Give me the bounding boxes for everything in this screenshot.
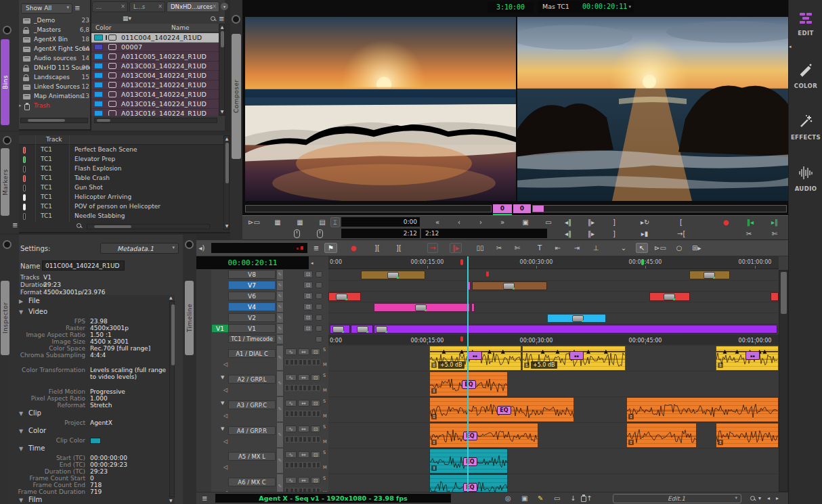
video-clip[interactable] bbox=[649, 292, 690, 301]
scissors-button[interactable]: ✂ bbox=[495, 243, 503, 253]
counter-badge-1[interactable]: 0 bbox=[493, 204, 512, 213]
workspace-color-button[interactable]: COLOR bbox=[789, 83, 822, 89]
track-selector-tc1[interactable]: TC1 / Timecode bbox=[228, 335, 276, 343]
caret-down-icon[interactable]: ▼ bbox=[19, 446, 23, 452]
segment-tool-button[interactable]: ⊳▭ bbox=[654, 243, 666, 253]
tc-remaining-display[interactable]: 0:00 bbox=[341, 217, 420, 227]
effects-workspace-icon[interactable] bbox=[798, 114, 813, 130]
column-track[interactable]: Track bbox=[46, 136, 62, 143]
next-button[interactable]: ▸ bbox=[776, 494, 779, 503]
eq-effect-badge[interactable]: EQ bbox=[463, 457, 477, 466]
monitor-icon[interactable]: ⊡ bbox=[311, 400, 320, 407]
bin-tab[interactable]: DNxHD...urces× bbox=[167, 1, 219, 12]
markers-panel-menu-icon[interactable] bbox=[3, 136, 12, 145]
clip-color-swatch[interactable] bbox=[90, 438, 101, 444]
clip-name-field[interactable]: 011C004_140224_R1UD bbox=[42, 260, 125, 271]
down-button[interactable]: ↓ bbox=[570, 494, 576, 503]
automation-toggle-icon[interactable]: ↭ bbox=[298, 451, 309, 458]
video-clip[interactable] bbox=[771, 292, 779, 301]
bin-clip-row[interactable]: A013C012_140224_R1UD bbox=[91, 81, 219, 90]
eq-effect-badge[interactable]: EQ bbox=[463, 432, 477, 440]
track-control-box[interactable] bbox=[316, 325, 322, 331]
audiosuite-effect-badge[interactable]: ▪▪ bbox=[569, 351, 584, 360]
automation-toggle-icon[interactable]: ↭ bbox=[298, 348, 309, 355]
audio-clip[interactable]: ↕EQ bbox=[429, 371, 508, 396]
marker-row[interactable]: TC1Helicopter Arriving bbox=[19, 193, 223, 202]
audio-clip[interactable]: ↕EQ bbox=[429, 423, 538, 448]
scroll-up-icon[interactable]: ▲ bbox=[219, 22, 225, 32]
overwrite-button[interactable]: → bbox=[427, 243, 438, 253]
composer-panel-menu-icon[interactable] bbox=[232, 15, 240, 24]
source-timecode-display[interactable]: 3:10:00 bbox=[488, 2, 534, 13]
step-back-button[interactable]: ◂‖ bbox=[564, 217, 572, 227]
source-track-button[interactable]: V1 bbox=[211, 324, 229, 333]
video-clip[interactable] bbox=[330, 325, 350, 334]
timeline-panel-menu-icon[interactable] bbox=[185, 240, 194, 249]
speaker-icon[interactable]: ◁ bbox=[223, 413, 228, 419]
track-pencil-strip[interactable]: ✎ bbox=[276, 346, 284, 370]
inspector-scroll-down-icon[interactable]: ▼ bbox=[169, 496, 173, 504]
master-timecode-display[interactable]: Mas TC1 00:00:20:11 ▾ bbox=[538, 1, 634, 13]
scroll-up-icon[interactable]: ▲ bbox=[224, 134, 230, 143]
timeline-ruler[interactable]: 0:0000:00:15:0000:00:30:0000:00:45:0000:… bbox=[328, 256, 779, 269]
track-selector-v7[interactable]: V7 bbox=[228, 281, 276, 290]
mute-button[interactable]: M bbox=[323, 388, 327, 393]
audio-clip[interactable]: ↕ bbox=[716, 423, 779, 448]
video-clip[interactable] bbox=[547, 314, 606, 323]
monitor-icon[interactable]: ⊡ bbox=[311, 348, 320, 355]
track-lane-a6[interactable] bbox=[328, 474, 779, 492]
solo-button[interactable]: S bbox=[323, 398, 326, 404]
bin-clip-row[interactable]: A013C004_140224_R1UD bbox=[91, 71, 219, 81]
automation-toggle-icon[interactable]: ↭ bbox=[298, 477, 309, 484]
effect-badge[interactable] bbox=[503, 283, 515, 290]
speaker-icon[interactable]: ◂) bbox=[198, 243, 206, 253]
counter-badge-2[interactable]: 0 bbox=[513, 204, 531, 213]
source-monitor[interactable] bbox=[245, 17, 516, 201]
bin-hscrollbar[interactable] bbox=[94, 118, 217, 123]
eq-effect-badge[interactable]: EQ bbox=[462, 380, 476, 389]
clip-gain-icon[interactable]: ↕ bbox=[628, 440, 634, 445]
clip-color-chip[interactable] bbox=[94, 44, 103, 50]
monitor-icon[interactable]: ⊡ bbox=[311, 426, 320, 432]
waveform-toggle-icon[interactable]: ∿ bbox=[285, 348, 297, 355]
caret-down-icon[interactable]: ▼ bbox=[221, 375, 224, 380]
bins-trash-item[interactable]: ▸Trash bbox=[19, 101, 91, 111]
track-pencil-strip[interactable]: ✎ bbox=[276, 335, 284, 344]
mouse-left-button[interactable] bbox=[294, 229, 300, 238]
bins-list-item[interactable]: Linked Sources12 bbox=[19, 83, 91, 92]
column-name[interactable]: Name bbox=[171, 24, 190, 31]
clip-gain-icon[interactable]: ↕ bbox=[431, 363, 437, 368]
inspector-vscrollbar[interactable] bbox=[169, 301, 175, 497]
effect-badge[interactable] bbox=[572, 315, 584, 322]
clip-color-chip[interactable] bbox=[94, 82, 103, 88]
clip-gain-icon[interactable]: ↕ bbox=[431, 414, 437, 419]
track-control-box[interactable] bbox=[316, 315, 322, 321]
bin-search-icon[interactable] bbox=[211, 16, 215, 21]
track-pencil-strip[interactable]: ✎ bbox=[276, 281, 284, 290]
bin-clip-row[interactable]: A013C016_140224_R1UD bbox=[91, 109, 219, 116]
tab-markers[interactable]: Markers bbox=[1, 148, 9, 216]
timeline-vscrollbar[interactable] bbox=[779, 270, 788, 492]
effect-badge[interactable] bbox=[664, 294, 675, 300]
expand-caret-icon[interactable]: ▸ bbox=[19, 103, 22, 108]
track-pencil-strip[interactable]: ✎ bbox=[276, 270, 284, 279]
markers-hscrollbar[interactable] bbox=[87, 224, 210, 229]
effect-badge[interactable] bbox=[357, 326, 368, 333]
track-pencil-strip[interactable]: ✎ bbox=[276, 313, 284, 323]
audio-clip[interactable]: ↕▪▪ bbox=[716, 346, 779, 371]
audio-curve-button[interactable]: ⌄ bbox=[620, 243, 628, 253]
track-lane-tc1[interactable]: 0:0000:00:15:0000:00:30:0000:00:45:0000:… bbox=[328, 335, 779, 344]
clip-color-chip[interactable] bbox=[94, 101, 103, 107]
speaker-icon[interactable]: ◁ bbox=[223, 438, 228, 444]
track-control-box[interactable] bbox=[316, 293, 322, 299]
monitor-icon[interactable]: ⊡ bbox=[303, 303, 313, 311]
ruler-marker[interactable] bbox=[641, 259, 644, 265]
grid-b-button[interactable]: ▦ bbox=[296, 217, 304, 227]
close-icon[interactable]: × bbox=[212, 3, 217, 9]
video-clip[interactable] bbox=[471, 303, 475, 312]
workspace-effects-button[interactable]: EFFECTS bbox=[789, 134, 822, 141]
track-pencil-strip[interactable]: ✎ bbox=[276, 302, 284, 312]
waveform-toggle-icon[interactable]: ∿ bbox=[285, 374, 297, 381]
workspace-audio-button[interactable]: AUDIO bbox=[789, 185, 822, 192]
marker-row[interactable]: TC1Gun Shot bbox=[19, 183, 223, 193]
